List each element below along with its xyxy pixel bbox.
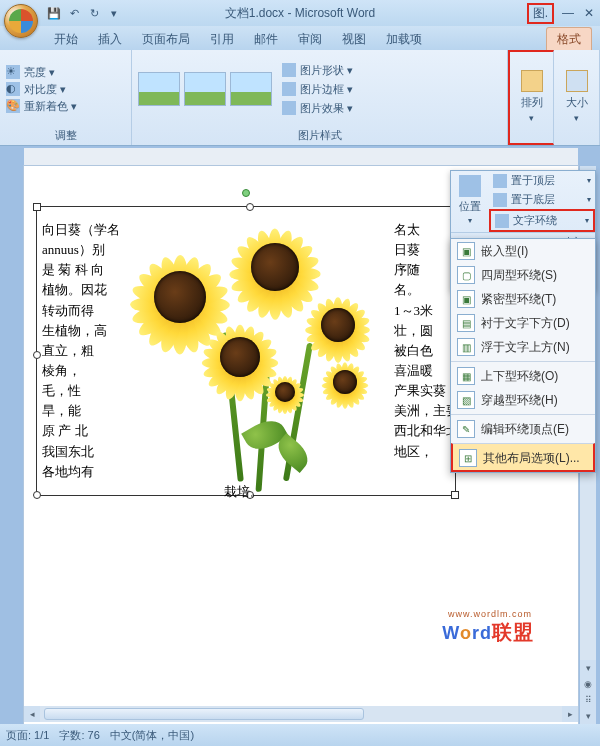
- text-wrap-menu: ▣嵌入型(I) ▢四周型环绕(S) ▣紧密型环绕(T) ▤衬于文字下方(D) ▥…: [450, 238, 596, 473]
- browse-icon[interactable]: ⠿: [580, 692, 596, 708]
- style-thumb[interactable]: [184, 72, 226, 106]
- tab-home[interactable]: 开始: [44, 28, 88, 50]
- picture-effects-button[interactable]: 图片效果 ▾: [282, 100, 353, 117]
- back-icon: [493, 193, 507, 207]
- wrap-front[interactable]: ▥浮于文字上方(N): [451, 335, 595, 359]
- ribbon-tabstrip: 开始 插入 页面布局 引用 邮件 审阅 视图 加载项 格式: [0, 26, 600, 50]
- word-count[interactable]: 字数: 76: [59, 728, 99, 743]
- language-indicator[interactable]: 中文(简体，中国): [110, 728, 194, 743]
- horizontal-scrollbar[interactable]: ◂ ▸: [24, 706, 578, 722]
- tab-references[interactable]: 引用: [200, 28, 244, 50]
- group-arrange: 排列 ▾: [508, 50, 554, 145]
- wrap-tight[interactable]: ▣紧密型环绕(T): [451, 287, 595, 311]
- tight-icon: ▣: [457, 290, 475, 308]
- scroll-left-icon[interactable]: ◂: [24, 706, 40, 722]
- group-styles-label: 图片样式: [132, 128, 507, 145]
- contrast-icon: ◐: [6, 82, 20, 96]
- edit-points-icon: ✎: [457, 420, 475, 438]
- arrange-button[interactable]: 排列 ▾: [516, 70, 547, 123]
- group-size: 大小 ▾: [554, 50, 600, 145]
- recolor-button[interactable]: 🎨重新着色 ▾: [6, 98, 77, 115]
- brightness-button[interactable]: ☀亮度 ▾: [6, 64, 77, 81]
- brightness-icon: ☀: [6, 65, 20, 79]
- chevron-down-icon: ▾: [574, 113, 579, 123]
- tab-format[interactable]: 格式: [546, 27, 592, 50]
- tab-layout[interactable]: 页面布局: [132, 28, 200, 50]
- titlebar: 💾 ↶ ↻ ▾ 文档1.docx - Microsoft Word 图. — ✕: [0, 0, 600, 26]
- watermark: www.wordlm.com Word联盟: [442, 619, 534, 646]
- wrap-through[interactable]: ▧穿越型环绕(H): [451, 388, 595, 412]
- horizontal-ruler[interactable]: [24, 148, 578, 166]
- picture-shape-button[interactable]: 图片形状 ▾: [282, 62, 353, 79]
- body-text-left: 向日葵（学名 annuus）别 是 菊 科 向 植物。因花 转动而得 生植物，高…: [42, 220, 120, 482]
- size-icon: [566, 70, 588, 92]
- contrast-button[interactable]: ◐对比度 ▾: [6, 81, 77, 98]
- send-back-button[interactable]: 置于底层▾: [489, 190, 595, 209]
- arrange-icon: [521, 70, 543, 92]
- tab-addin[interactable]: 加载项: [376, 28, 432, 50]
- inline-icon: ▣: [457, 242, 475, 260]
- save-icon[interactable]: 💾: [46, 5, 62, 21]
- front-icon: [493, 174, 507, 188]
- office-button[interactable]: [4, 4, 38, 38]
- square-icon: ▢: [457, 266, 475, 284]
- prev-page-icon[interactable]: ◉: [580, 676, 596, 692]
- position-icon: [459, 175, 481, 197]
- quick-access-toolbar: 💾 ↶ ↻ ▾: [46, 5, 122, 21]
- picture-border-button[interactable]: 图片边框 ▾: [282, 81, 353, 98]
- status-bar: 页面: 1/1 字数: 76 中文(简体，中国): [0, 724, 600, 746]
- context-tab-group: 图.: [527, 3, 554, 24]
- wrap-more-options[interactable]: ⊞其他布局选项(L)...: [451, 443, 595, 472]
- size-button[interactable]: 大小 ▾: [560, 70, 593, 123]
- recolor-icon: 🎨: [6, 99, 20, 113]
- group-adjust: ☀亮度 ▾ ◐对比度 ▾ 🎨重新着色 ▾ 调整: [0, 50, 132, 145]
- position-button[interactable]: 位置: [459, 199, 481, 214]
- text-wrap-button[interactable]: 文字环绕▾: [489, 209, 595, 232]
- behind-icon: ▤: [457, 314, 475, 332]
- qat-more-icon[interactable]: ▾: [106, 5, 122, 21]
- through-icon: ▧: [457, 391, 475, 409]
- rotate-handle[interactable]: [242, 189, 250, 197]
- scroll-down-icon[interactable]: ▾: [580, 660, 596, 676]
- wrap-topbottom[interactable]: ▦上下型环绕(O): [451, 361, 595, 388]
- wrap-inline[interactable]: ▣嵌入型(I): [451, 239, 595, 263]
- minimize-button[interactable]: —: [560, 6, 576, 20]
- front-text-icon: ▥: [457, 338, 475, 356]
- scroll-right-icon[interactable]: ▸: [562, 706, 578, 722]
- wrap-edit-points[interactable]: ✎编辑环绕顶点(E): [451, 414, 595, 441]
- wrap-behind[interactable]: ▤衬于文字下方(D): [451, 311, 595, 335]
- topbottom-icon: ▦: [457, 367, 475, 385]
- redo-icon[interactable]: ↻: [86, 5, 102, 21]
- effects-icon: [282, 101, 296, 115]
- bring-front-button[interactable]: 置于顶层▾: [489, 171, 595, 190]
- close-button[interactable]: ✕: [582, 6, 596, 20]
- ribbon: ☀亮度 ▾ ◐对比度 ▾ 🎨重新着色 ▾ 调整 图片形状 ▾ 图片边框 ▾ 图片: [0, 50, 600, 146]
- hscroll-thumb[interactable]: [44, 708, 364, 720]
- group-adjust-label: 调整: [0, 128, 131, 145]
- style-thumb[interactable]: [230, 72, 272, 106]
- group-picture-styles: 图片形状 ▾ 图片边框 ▾ 图片效果 ▾ 图片样式: [132, 50, 508, 145]
- page-indicator[interactable]: 页面: 1/1: [6, 728, 49, 743]
- style-thumb[interactable]: [138, 72, 180, 106]
- wrap-icon: [495, 214, 509, 228]
- tab-view[interactable]: 视图: [332, 28, 376, 50]
- sunflower-image[interactable]: [120, 212, 400, 492]
- undo-icon[interactable]: ↶: [66, 5, 82, 21]
- body-text-bottom: 栽培。: [224, 482, 263, 502]
- chevron-down-icon: ▾: [529, 113, 534, 123]
- border-icon: [282, 82, 296, 96]
- next-page-icon[interactable]: ▾: [580, 708, 596, 724]
- tab-insert[interactable]: 插入: [88, 28, 132, 50]
- more-layout-icon: ⊞: [459, 449, 477, 467]
- shape-icon: [282, 63, 296, 77]
- tab-mail[interactable]: 邮件: [244, 28, 288, 50]
- wrap-square[interactable]: ▢四周型环绕(S): [451, 263, 595, 287]
- tab-review[interactable]: 审阅: [288, 28, 332, 50]
